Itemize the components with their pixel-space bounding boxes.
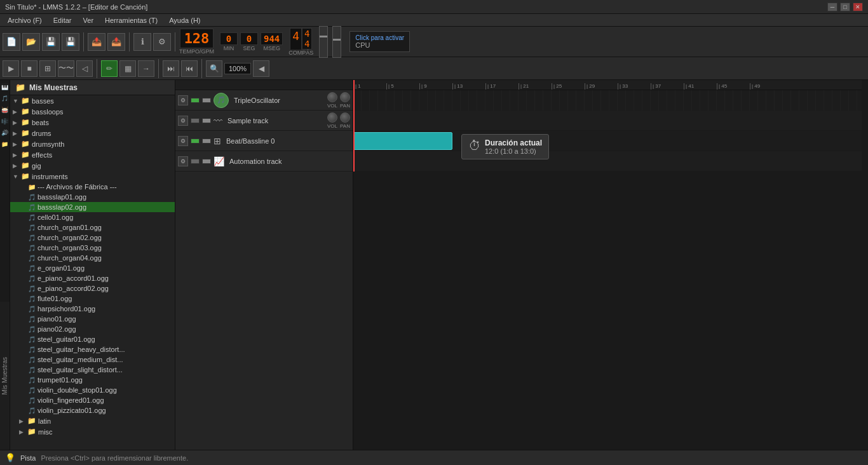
- erase-mode-button[interactable]: →: [138, 60, 154, 77]
- track-mute-auto[interactable]: [191, 159, 200, 164]
- file-piano01[interactable]: 🎵 piano01.ogg: [10, 314, 175, 324]
- compas-top[interactable]: 4: [290, 28, 302, 50]
- folder-drums[interactable]: ▶ 📁 drums: [10, 128, 175, 138]
- folder-instruments[interactable]: ▼ 📁 instruments: [10, 171, 175, 182]
- info-button[interactable]: ℹ: [133, 33, 151, 51]
- file-violin-fingered[interactable]: 🎵 violin_fingered01.ogg: [10, 395, 175, 405]
- file-flute01[interactable]: 🎵 flute01.ogg: [10, 293, 175, 304]
- tempo-value[interactable]: 128: [180, 29, 214, 48]
- folder-bassloops[interactable]: ▶ 📁 bassloops: [10, 106, 175, 117]
- menu-archivo[interactable]: Archivo (F): [3, 15, 47, 25]
- compas-numerator[interactable]: 4: [302, 29, 311, 39]
- maximize-button[interactable]: □: [840, 3, 850, 11]
- menu-ver[interactable]: Ver: [78, 15, 99, 25]
- file-e-organ01[interactable]: 🎵 e_organ01.ogg: [10, 263, 175, 273]
- file-church-organ01[interactable]: 🎵 church_organ01.ogg: [10, 222, 175, 232]
- file-violin-pizzicato[interactable]: 🎵 violin_pizzicato01.ogg: [10, 405, 175, 415]
- file-violin-double-name: violin_double_stop01.ogg: [37, 386, 117, 394]
- save-button[interactable]: 💾: [42, 33, 60, 51]
- track-solo-triple[interactable]: [202, 98, 211, 103]
- folder-misc[interactable]: ▶ 📁 misc: [10, 426, 175, 437]
- file-steel-guitar-slight[interactable]: 🎵 steel_guitar_slight_distort...: [10, 365, 175, 375]
- track-settings-sample[interactable]: ⚙: [178, 116, 188, 126]
- track-settings-beat[interactable]: ⚙: [178, 136, 188, 146]
- track-row-triple[interactable]: [353, 90, 862, 111]
- file-steel-guitar-heavy[interactable]: 🎵 steel_guitar_heavy_distort...: [10, 344, 175, 354]
- file-bassslap02[interactable]: 🎵 bassslap02.ogg: [10, 202, 175, 212]
- track-settings-auto[interactable]: ⚙: [178, 156, 188, 166]
- projects-icon[interactable]: 📁: [1, 140, 10, 149]
- menu-editar[interactable]: Editar: [48, 15, 77, 25]
- tempo-control[interactable]: 128 TEMPO/GPM: [179, 29, 214, 55]
- search-button[interactable]: 🔍: [206, 60, 222, 77]
- track-solo-sample[interactable]: [202, 118, 211, 123]
- file-church-organ02[interactable]: 🎵 church_organ02.ogg: [10, 232, 175, 243]
- track-patterns[interactable]: | 1 | 5 | 9 | 13 | 17 | 21 | 25 | 29 | 3…: [353, 80, 868, 450]
- track-mute-beat[interactable]: [191, 138, 200, 144]
- file-archivos-fabrica[interactable]: 📁 --- Archivos de Fábrica ---: [10, 182, 175, 192]
- track-solo-auto[interactable]: [202, 159, 211, 164]
- skip-end-button[interactable]: ⏭: [163, 60, 179, 77]
- folder-basses[interactable]: ▼ 📁 basses: [10, 95, 175, 106]
- file-harpsichord01[interactable]: 🎵 harpsichord01.ogg: [10, 304, 175, 314]
- draw-mode-button[interactable]: ✏: [101, 60, 118, 77]
- menu-herramientas[interactable]: Herramientas (T): [100, 15, 163, 25]
- track-row-beat[interactable]: ⏱ Duración actual 12:0 (1:0 a 13:0): [353, 131, 862, 151]
- beat-icon[interactable]: 🥁: [1, 105, 10, 114]
- track-solo-beat[interactable]: [202, 138, 211, 144]
- minimize-button[interactable]: ─: [827, 3, 837, 11]
- folder-gig-icon: 📁: [21, 161, 30, 170]
- folder-beats[interactable]: ▶ 📁 beats: [10, 117, 175, 128]
- track-mute-triple[interactable]: [191, 98, 200, 103]
- save-as-button[interactable]: 💾: [62, 33, 79, 51]
- folder-effects-icon: 📁: [21, 151, 30, 159]
- play-button[interactable]: ▶: [3, 60, 19, 77]
- export-button[interactable]: 📤: [88, 33, 105, 51]
- fx-icon[interactable]: 🔊: [1, 128, 10, 137]
- record-button[interactable]: ⊞: [39, 60, 56, 77]
- file-church-organ03[interactable]: 🎵 church_organ03.ogg: [10, 243, 175, 253]
- menu-ayuda[interactable]: Ayuda (H): [164, 15, 205, 25]
- folder-gig[interactable]: ▶ 📁 gig: [10, 160, 175, 171]
- folder-effects[interactable]: ▶ 📁 effects: [10, 149, 175, 160]
- file-bassslap01[interactable]: 🎵 bassslap01.ogg: [10, 192, 175, 202]
- file-e-piano-accord02[interactable]: 🎵 e_piano_accord02.ogg: [10, 283, 175, 293]
- add-sample-track-button[interactable]: ◁: [76, 60, 93, 77]
- track-vol-knob-sample[interactable]: [327, 112, 337, 123]
- track-pan-knob-triple[interactable]: [340, 92, 350, 102]
- file-e-piano-accord01[interactable]: 🎵 e_piano_accord01.ogg: [10, 273, 175, 283]
- track-vol-knob-triple[interactable]: [327, 92, 337, 102]
- compas-control[interactable]: 4 4 4 COMPÁS: [288, 28, 313, 56]
- track-row-auto[interactable]: [353, 151, 862, 172]
- songs-icon[interactable]: 🎵: [1, 94, 10, 103]
- track-pan-knob-sample[interactable]: [340, 112, 350, 123]
- track-row-sample[interactable]: [353, 111, 862, 131]
- skip-start-button[interactable]: ⏮: [181, 60, 198, 77]
- new-button[interactable]: 📄: [3, 33, 20, 51]
- stop-button[interactable]: ■: [21, 60, 37, 77]
- instruments-icon[interactable]: 🎹: [1, 83, 10, 91]
- settings-button[interactable]: ⚙: [153, 33, 171, 51]
- record-while-playing-button[interactable]: 〜〜: [58, 60, 74, 77]
- cpu-click-text[interactable]: Click para activar: [355, 34, 404, 41]
- piano-icon[interactable]: 🎼: [1, 117, 10, 126]
- file-violin-double[interactable]: 🎵 violin_double_stop01.ogg: [10, 385, 175, 395]
- open-button[interactable]: 📂: [22, 33, 40, 51]
- export2-button[interactable]: 📤: [107, 33, 125, 51]
- file-trumpet01[interactable]: 🎵 trumpet01.ogg: [10, 375, 175, 385]
- browser-tree[interactable]: ▼ 📁 basses ▶ 📁 bassloops ▶ 📁 beats ▶ 📁 d…: [10, 95, 175, 450]
- compas-denominator[interactable]: 4: [302, 39, 311, 49]
- select-mode-button[interactable]: ▦: [119, 60, 136, 77]
- zoom-out-button[interactable]: ◀: [253, 60, 269, 77]
- pattern-beat-block[interactable]: [353, 132, 452, 150]
- folder-latin[interactable]: ▶ 📁 latin: [10, 415, 175, 426]
- file-piano02[interactable]: 🎵 piano02.ogg: [10, 324, 175, 334]
- file-steel-guitar-medium[interactable]: 🎵 steel_guitar_medium_dist...: [10, 354, 175, 365]
- track-settings-triple[interactable]: ⚙: [178, 95, 188, 105]
- file-steel-guitar01[interactable]: 🎵 steel_guitar01.ogg: [10, 334, 175, 344]
- close-button[interactable]: ✕: [853, 3, 863, 11]
- file-cello01[interactable]: 🎵 cello01.ogg: [10, 212, 175, 222]
- file-church-organ04[interactable]: 🎵 church_organ04.ogg: [10, 253, 175, 263]
- folder-drumsynth[interactable]: ▶ 📁 drumsynth: [10, 138, 175, 149]
- track-mute-sample[interactable]: [191, 118, 200, 123]
